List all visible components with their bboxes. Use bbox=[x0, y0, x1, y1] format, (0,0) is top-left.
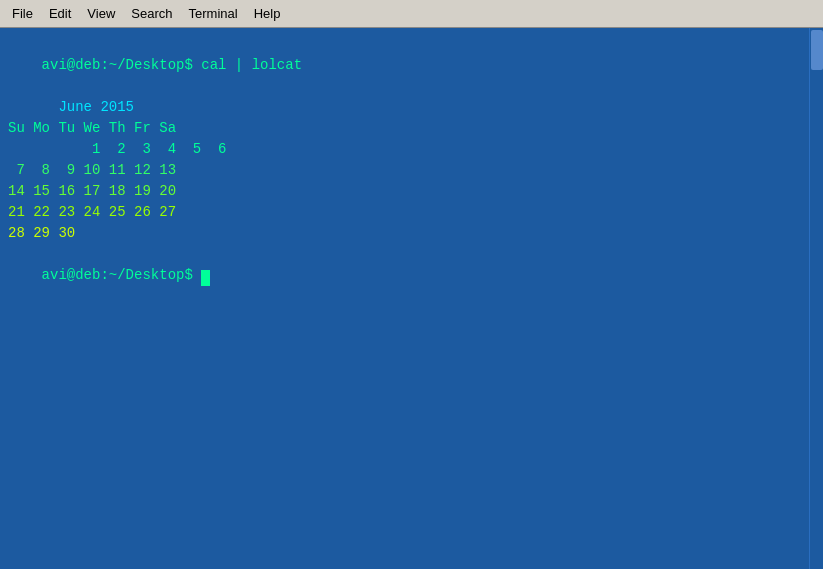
prompt-line-2: avi@deb:~/Desktop$ bbox=[8, 244, 815, 307]
prompt-1: avi@deb:~/Desktop$ bbox=[42, 57, 202, 73]
prompt-2: avi@deb:~/Desktop$ bbox=[42, 267, 202, 283]
command-text: cal | lolcat bbox=[201, 57, 302, 73]
cal-row-3: 14 15 16 17 18 19 20 bbox=[8, 181, 815, 202]
scrollbar-track[interactable] bbox=[809, 28, 823, 569]
scrollbar-thumb[interactable] bbox=[811, 30, 823, 70]
menu-help[interactable]: Help bbox=[246, 0, 289, 27]
menu-edit[interactable]: Edit bbox=[41, 0, 79, 27]
command-line: avi@deb:~/Desktop$ cal | lolcat bbox=[8, 34, 815, 97]
menu-search[interactable]: Search bbox=[123, 0, 180, 27]
cal-row-1: 1 2 3 4 5 6 bbox=[8, 139, 815, 160]
menu-terminal[interactable]: Terminal bbox=[181, 0, 246, 27]
cal-month-header: June 2015 bbox=[8, 97, 815, 118]
cursor-block bbox=[201, 270, 210, 286]
menu-view[interactable]: View bbox=[79, 0, 123, 27]
terminal-area[interactable]: avi@deb:~/Desktop$ cal | lolcat June 201… bbox=[0, 28, 823, 569]
cal-row-2: 7 8 9 10 11 12 13 bbox=[8, 160, 815, 181]
menu-bar: File Edit View Search Terminal Help bbox=[0, 0, 823, 28]
cal-row-4: 21 22 23 24 25 26 27 bbox=[8, 202, 815, 223]
cal-row-5: 28 29 30 bbox=[8, 223, 815, 244]
menu-file[interactable]: File bbox=[4, 0, 41, 27]
cal-days-header: Su Mo Tu We Th Fr Sa bbox=[8, 118, 815, 139]
